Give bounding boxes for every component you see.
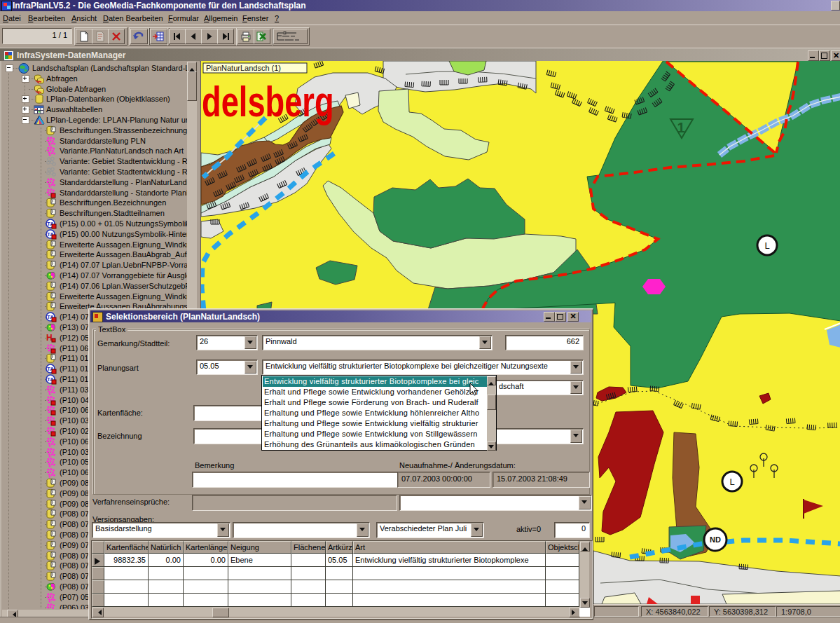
svg-text:ND: ND <box>710 535 721 544</box>
svg-text:1: 1 <box>677 120 684 135</box>
svg-text:L: L <box>764 240 769 251</box>
svg-text:L: L <box>729 477 734 487</box>
svg-text:PlanNaturLandsch (1): PlanNaturLandsch (1) <box>206 64 281 72</box>
svg-text:delsberg: delsberg <box>202 77 334 126</box>
svg-text:H: H <box>46 333 53 343</box>
